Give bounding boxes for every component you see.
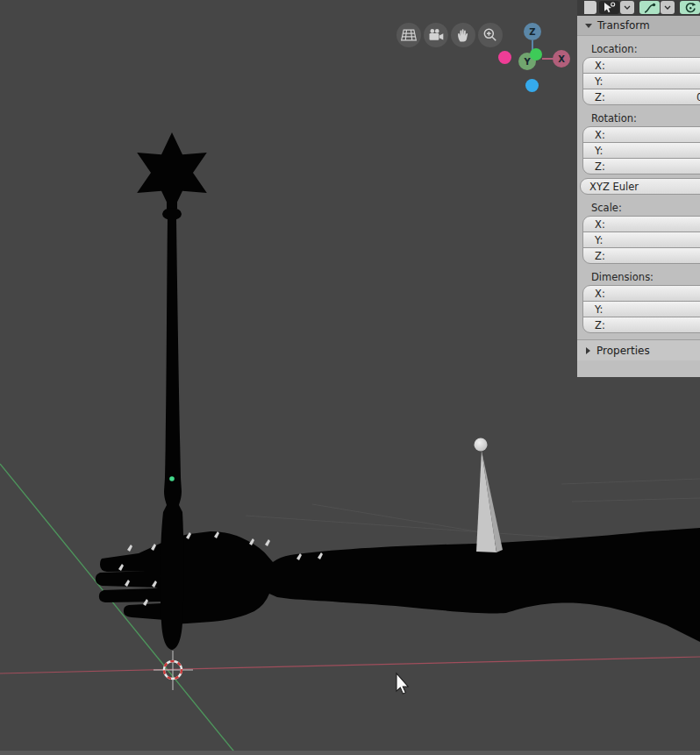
field-label: Y:: [595, 303, 603, 316]
rotate-snap-button[interactable]: [680, 1, 700, 14]
perspective-grid-icon: [400, 26, 418, 44]
properties-panel-header[interactable]: Properties: [577, 339, 700, 360]
field-label: Z:: [595, 319, 605, 331]
field-label: X:: [595, 288, 605, 300]
cursor-select-dropdown[interactable]: [620, 1, 634, 14]
collapse-triangle-icon: [585, 24, 592, 28]
editor-seam[interactable]: [0, 751, 700, 755]
blender-window: Z X Y: [0, 0, 700, 755]
proportional-edit-button[interactable]: [639, 1, 660, 14]
dimensions-y-field[interactable]: Y:: [582, 301, 700, 317]
location-z-field[interactable]: Z: 0.: [582, 89, 700, 105]
transform-panel-header[interactable]: Transform: [577, 16, 700, 36]
clipped-button[interactable]: [584, 1, 596, 14]
properties-panel-title: Properties: [596, 345, 650, 357]
gizmo-y-label: Y: [524, 57, 530, 67]
rotation-y-field[interactable]: Y:: [582, 142, 700, 159]
field-label: Z:: [595, 160, 605, 173]
rotate-snap-icon: [683, 2, 696, 14]
field-label: Y:: [595, 145, 603, 157]
dimensions-label: Dimensions:: [591, 271, 700, 283]
scale-x-field[interactable]: X:: [582, 216, 700, 232]
chevron-down-icon: [624, 5, 631, 10]
rotation-label: Rotation:: [591, 112, 700, 125]
scale-z-field[interactable]: Z:: [582, 247, 700, 264]
cursor-3d: [154, 651, 193, 690]
field-label: Z:: [595, 250, 605, 262]
dimensions-x-field[interactable]: X:: [582, 285, 700, 302]
header-toolbar: [577, 0, 700, 16]
grid-lines: [246, 479, 700, 538]
rotation-mode-value: XYZ Euler: [589, 181, 639, 193]
gizmo-x-label: X: [558, 54, 565, 64]
scale-label: Scale:: [591, 202, 700, 214]
pan-view-button[interactable]: [451, 23, 475, 47]
field-label: Y:: [595, 75, 603, 88]
orientation-gizmo[interactable]: Z X Y: [496, 21, 577, 95]
proportional-edit-dropdown[interactable]: [661, 1, 675, 14]
sphere-tip: [475, 438, 488, 452]
origin-dot: [169, 476, 175, 481]
arm-hand-silhouette[interactable]: [96, 528, 700, 642]
dimensions-z-field[interactable]: Z:: [582, 317, 700, 333]
location-fields: X: Y: Z: 0.: [582, 57, 700, 105]
wand-shaft: [161, 219, 184, 650]
panel-title: Transform: [597, 19, 650, 32]
cursor-select-button[interactable]: [599, 1, 619, 14]
rotation-fields: X: Y: Z:: [582, 126, 700, 175]
proportional-falloff-icon: [643, 2, 656, 14]
field-value: 0.: [696, 91, 700, 103]
location-x-field[interactable]: X:: [582, 57, 700, 74]
rotation-mode-dropdown[interactable]: XYZ Euler: [580, 178, 700, 195]
perspective-grid-button[interactable]: [396, 23, 421, 47]
cone-hat[interactable]: [475, 438, 504, 553]
hand-icon: [454, 26, 472, 44]
location-label: Location:: [591, 43, 700, 55]
mouse-pointer: [396, 673, 408, 694]
location-y-field[interactable]: Y:: [582, 73, 700, 89]
gizmo-y-negative[interactable]: [530, 48, 542, 61]
camera-icon: [427, 26, 445, 44]
gizmo-x-positive[interactable]: X: [553, 50, 570, 68]
cursor-select-icon: [603, 2, 616, 14]
field-label: X:: [595, 218, 605, 231]
dimensions-fields: X: Y: Z:: [582, 285, 700, 333]
expand-triangle-icon: [586, 347, 590, 354]
field-label: X:: [595, 129, 605, 141]
scale-fields: X: Y: Z:: [582, 216, 700, 264]
rotation-z-field[interactable]: Z:: [582, 158, 700, 175]
camera-view-button[interactable]: [424, 23, 448, 47]
x-axis-line: [0, 657, 700, 673]
rotation-x-field[interactable]: X:: [582, 126, 700, 143]
gizmo-z-negative[interactable]: [525, 79, 539, 92]
chevron-down-icon: [664, 5, 671, 10]
n-panel-sidebar: Transform Location: X: Y: Z: 0. Rotation…: [577, 16, 700, 377]
field-label: Y:: [595, 234, 603, 246]
field-label: X:: [595, 60, 605, 72]
gizmo-z-positive[interactable]: Z: [524, 23, 541, 40]
gizmo-x-negative[interactable]: [498, 51, 511, 64]
gizmo-z-label: Z: [529, 27, 535, 37]
scale-y-field[interactable]: Y:: [582, 231, 700, 248]
field-label: Z:: [595, 91, 605, 103]
